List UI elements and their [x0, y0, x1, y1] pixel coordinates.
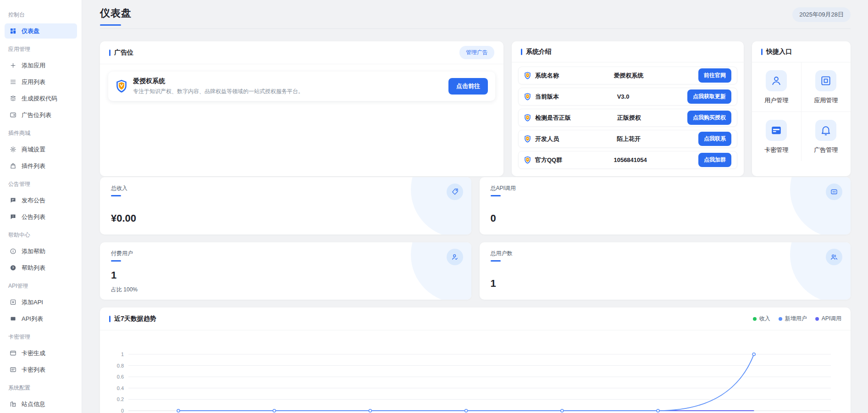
legend-dot [815, 317, 819, 321]
quick-entry-卡密管理[interactable]: 卡密管理 [752, 112, 802, 161]
sidebar-item-应用列表[interactable]: 应用列表 [5, 74, 77, 89]
stat-value: 0 [491, 212, 496, 224]
add-api-icon [10, 299, 17, 306]
corner-decoration [790, 242, 851, 300]
quick-entry-label: 广告管理 [814, 146, 838, 154]
sidebar-item-label: 添加帮助 [22, 247, 45, 256]
quick-entry-应用管理[interactable]: 应用管理 [802, 62, 851, 112]
users-icon [826, 249, 842, 265]
manage-ads-button[interactable]: 管理广告 [459, 46, 494, 59]
card-icon [10, 350, 17, 357]
system-row-value: 1056841054 [562, 156, 698, 163]
ad-item-name: 爱授权系统 [133, 77, 443, 85]
sidebar-group-label: 公告管理 [0, 175, 82, 191]
sidebar-item-添加API[interactable]: 添加API [5, 295, 77, 310]
quick-entry-广告管理[interactable]: 广告管理 [802, 112, 851, 161]
legend-dot [753, 317, 757, 321]
info-icon [10, 248, 17, 255]
sidebar-item-帮助列表[interactable]: ? 帮助列表 [5, 260, 77, 275]
paid-user-icon [447, 249, 463, 265]
sidebar-item-label: 添加应用 [22, 61, 45, 70]
stat-label: 付费用户 [111, 250, 460, 257]
stat-accent-bar [491, 195, 501, 196]
sidebar-item-label: 卡密生成 [22, 349, 45, 357]
stat-accent-bar [111, 260, 121, 262]
ad-card: 广告位 管理广告 爱授权系统 专注于知识产权、数字内容、品牌权益等领域的一站式授… [100, 41, 503, 176]
legend-item-API调用[interactable]: API调用 [815, 315, 841, 323]
sidebar-item-label: 仪表盘 [22, 27, 39, 35]
announce-list-icon [10, 213, 17, 220]
sidebar-item-发布公告[interactable]: 发布公告 [5, 193, 77, 208]
ad-item: 爱授权系统 专注于知识产权、数字内容、品牌权益等领域的一站式授权服务平台。 点击… [108, 72, 495, 101]
api-icon [826, 184, 842, 200]
legend-dot [779, 317, 782, 321]
question-icon: ? [10, 264, 17, 271]
shield-logo-icon [524, 72, 531, 79]
main-content: 仪表盘 2025年09月28日 广告位 管理广告 爱授权系统 专注于知识产权、数… [82, 0, 868, 413]
sidebar-item-label: 公告列表 [22, 213, 45, 221]
card-list-icon [10, 366, 17, 373]
stat-card-总API调用: 总API调用 0 [480, 177, 851, 234]
system-row-button[interactable]: 点我获取更新 [687, 89, 731, 104]
sidebar-item-仪表盘[interactable]: 仪表盘 [5, 23, 77, 39]
system-row-value: V3.0 [559, 93, 687, 100]
svg-text:0.6: 0.6 [117, 374, 124, 380]
quick-entry-用户管理[interactable]: 用户管理 [752, 62, 802, 112]
system-info-row: 开发人员 陌上花开 点我联系 [518, 130, 737, 148]
sidebar-item-站点信息[interactable]: 站点信息 [5, 396, 77, 412]
legend-item-收入[interactable]: 收入 [753, 315, 770, 323]
list-icon [10, 78, 17, 85]
credit-card-icon [766, 120, 787, 141]
sidebar-item-卡密列表[interactable]: 卡密列表 [5, 362, 77, 377]
stat-accent-bar [111, 195, 121, 196]
sidebar-item-API列表[interactable]: API列表 [5, 311, 77, 326]
sidebar-item-公告列表[interactable]: 公告列表 [5, 209, 77, 224]
sidebar-item-添加帮助[interactable]: 添加帮助 [5, 244, 77, 259]
chart-legend: 收入新增用户API调用 [753, 315, 841, 323]
svg-text:0.8: 0.8 [117, 363, 124, 368]
stat-accent-bar [491, 260, 501, 262]
system-row-value: 陌上花开 [559, 135, 698, 143]
sidebar-item-卡密生成[interactable]: 卡密生成 [5, 346, 77, 361]
svg-text:0: 0 [121, 408, 124, 413]
sidebar-group: API管理 添加API API列表 [0, 277, 82, 326]
stat-subtext: 占比 100% [111, 286, 138, 294]
sidebar-item-插件列表[interactable]: 插件列表 [5, 158, 77, 173]
system-row-button[interactable]: 前往官网 [698, 68, 731, 83]
system-info-row: 检测是否正版 正版授权 点我购买授权 [518, 109, 737, 127]
sidebar-item-label: 卡密列表 [22, 366, 45, 374]
stat-card-总收入: 总收入 ¥0.00 [100, 177, 471, 234]
legend-item-新增用户[interactable]: 新增用户 [779, 315, 807, 323]
system-row-button[interactable]: 点我加群 [698, 153, 731, 167]
header-divider [100, 28, 851, 29]
bell-icon [815, 120, 836, 141]
sidebar-item-生成授权代码[interactable]: 生成授权代码 [5, 91, 77, 106]
site-icon [10, 401, 17, 407]
shield-logo-icon [524, 93, 531, 100]
title-accent-bar [761, 49, 763, 55]
sidebar-item-添加应用[interactable]: 添加应用 [5, 58, 77, 73]
system-row-label: 检测是否正版 [535, 114, 571, 122]
app-icon [815, 70, 836, 91]
sidebar-item-label: 生成授权代码 [22, 95, 57, 103]
sidebar-item-广告位列表[interactable]: 广告位列表 [5, 107, 77, 123]
ad-slot-icon [10, 112, 17, 118]
shield-logo-icon [524, 135, 531, 143]
sidebar-group: 插件商城 商城设置 插件列表 [0, 124, 82, 173]
system-row-label: 系统名称 [535, 72, 559, 80]
stat-label: 总收入 [111, 184, 460, 192]
system-row-button[interactable]: 点我购买授权 [687, 111, 731, 125]
svg-text:?: ? [12, 266, 14, 270]
stat-value: 1 [491, 278, 496, 290]
sidebar-group-label: 系统配置 [0, 379, 82, 395]
sidebar-group: 控制台 仪表盘 [0, 6, 82, 39]
sidebar: 控制台 仪表盘 应用管理 添加应用 应用列表 生成授权代码 广告位列表 插件商城… [0, 0, 82, 413]
sidebar-item-label: 插件列表 [22, 162, 45, 170]
page-title: 仪表盘 [100, 6, 132, 20]
sidebar-item-商城设置[interactable]: 商城设置 [5, 142, 77, 157]
page-header: 仪表盘 2025年09月28日 [100, 6, 851, 26]
corner-decoration [411, 177, 471, 234]
ad-go-button[interactable]: 点击前往 [448, 78, 488, 95]
system-row-button[interactable]: 点我联系 [698, 132, 731, 146]
api-list-icon [10, 315, 17, 322]
